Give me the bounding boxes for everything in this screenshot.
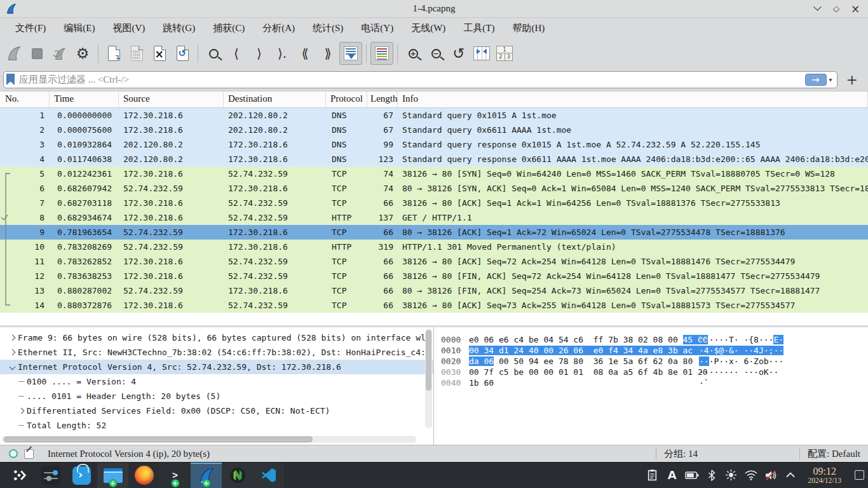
packet-row[interactable]: 130.88028700252.74.232.59172.30.218.6TCP… [0,283,868,298]
column-header-info[interactable]: Info [398,92,868,107]
detail-line[interactable]: Internet Protocol Version 4, Src: 52.74.… [0,360,433,374]
hex-bytes[interactable]: 00 7f c5 be 00 00 01 01 08 0a a5 6f 4b 8… [469,367,682,377]
menu-item[interactable]: 跳转(G) [154,19,204,37]
packet-row[interactable]: 40.011740638202.120.80.2172.30.218.6DNS1… [0,152,868,166]
menu-item[interactable]: 文件(F) [6,19,55,37]
reload-file-button[interactable]: ↺ [171,42,194,65]
menu-item[interactable]: 分析(A) [254,19,304,37]
menu-item[interactable]: 工具(T) [454,19,503,37]
hex-ascii[interactable]: ·` [699,377,709,388]
stop-capture-button[interactable] [25,42,48,65]
go-back-button[interactable]: ⟨ [225,42,248,65]
save-file-button[interactable]: 0101 1010 0101 [125,42,148,65]
go-first-packet-button[interactable]: ⟪ [294,42,316,65]
bluetooth-icon[interactable] [705,468,719,482]
go-last-packet-button[interactable]: ⟫ [316,42,339,65]
hex-bytes[interactable]: da 06 00 50 94 ee 78 80 36 1e 5a 6f 62 0… [469,356,682,367]
column-header-length[interactable]: Length [367,92,398,107]
keyboard-layout-indicator[interactable]: A [665,468,679,482]
expander-icon[interactable] [6,365,18,369]
go-forward-button[interactable]: ⟩ [248,42,271,65]
battery-icon[interactable] [685,468,699,482]
detail-line[interactable]: Ethernet II, Src: NewH3CTechno_7b:38:02 … [0,345,433,360]
hex-ascii[interactable]: ···P··x· 6·Zob··· [699,356,783,367]
detail-line[interactable]: 0100 .... = Version: 4 [0,374,433,389]
restart-capture-button[interactable] [48,42,71,65]
hex-row[interactable]: 00401b 60·` [441,377,868,388]
expander-icon[interactable] [6,336,18,340]
wifi-icon[interactable] [744,468,758,482]
filter-dropdown-caret[interactable]: ▾ [827,76,835,83]
packet-row[interactable]: 110.783262852172.30.218.652.74.232.59TCP… [0,254,868,269]
menu-item[interactable]: 无线(W) [402,19,454,37]
column-header-no[interactable]: No. [0,92,50,107]
packet-row[interactable]: 20.000075600172.30.218.6202.120.80.2DNS6… [0,123,868,137]
packet-row[interactable]: 50.012242361172.30.218.652.74.232.59TCP7… [0,166,868,181]
expert-info-icon[interactable] [9,449,18,458]
zoom-out-button[interactable]: − [424,42,447,65]
capture-comment-icon[interactable] [24,449,34,459]
hex-row[interactable]: 0000e0 06 e6 c4 be 04 54 c6 ff 7b 38 02 … [441,334,868,345]
clipboard-icon[interactable] [646,468,660,482]
capture-options-button[interactable]: ⚙ [71,42,94,65]
detail-vertical-scrollbar[interactable] [425,329,432,428]
detail-horizontal-scrollbar[interactable] [2,436,416,443]
detail-line[interactable]: Total Length: 52 [0,418,433,433]
menu-item[interactable]: 捕获(C) [204,19,254,37]
auto-scroll-button[interactable] [339,42,362,65]
find-packet-button[interactable] [202,42,225,65]
vscode-button[interactable] [253,463,284,488]
close-file-button[interactable]: × [148,42,171,65]
hex-bytes[interactable]: 00 34 d1 24 40 00 26 06 e0 f4 34 4a e8 3… [469,345,682,356]
menu-item[interactable]: 帮助(H) [503,19,553,37]
show-desktop-button[interactable] [855,470,864,480]
reset-zoom-button[interactable]: ↺ [447,42,470,65]
clock[interactable]: 09:12 2024/12/13 [808,466,841,485]
packet-row[interactable]: 120.783638253172.30.218.652.74.232.59TCP… [0,269,868,283]
firefox-button[interactable] [128,463,159,488]
colorize-button[interactable] [370,42,393,65]
expander-icon[interactable] [6,350,18,355]
hex-ascii[interactable]: ········ ···oK·· [699,367,783,377]
packet-row[interactable]: 90.78196365452.74.232.59172.30.218.6TCP6… [0,225,868,240]
hex-row[interactable]: 0020da 06 00 50 94 ee 78 80 36 1e 5a 6f … [441,356,868,367]
volume-muted-icon[interactable] [764,468,778,482]
menu-item[interactable]: 统计(S) [304,19,352,37]
scrollbar-thumb[interactable] [426,330,431,391]
hex-bytes[interactable]: 1b 60 [469,377,682,388]
add-filter-button[interactable]: + [843,72,862,88]
apply-filter-button[interactable]: → [805,74,827,86]
packet-row[interactable]: 140.880372876172.30.218.652.74.232.59TCP… [0,298,868,313]
hex-ascii[interactable]: ·4·$@·&· ··4J·;·· [699,345,783,356]
column-header-source[interactable]: Source [119,92,224,107]
hex-row[interactable]: 001000 34 d1 24 40 00 26 06 e0 f4 34 4a … [441,345,868,356]
go-to-packet-button[interactable]: ⟩. [271,42,294,65]
system-settings-button[interactable] [35,463,66,488]
maximize-button[interactable]: ◇ [831,4,841,14]
packet-row[interactable]: 80.682934674172.30.218.652.74.232.59HTTP… [0,210,868,225]
wireshark-task-button[interactable]: + [191,463,222,488]
neovim-button[interactable] [222,463,253,488]
scrollbar-thumb[interactable] [4,437,313,442]
close-button[interactable]: × [850,4,860,14]
start-capture-button[interactable] [3,42,25,65]
menu-item[interactable]: 编辑(E) [55,19,104,37]
packet-row[interactable]: 70.682703118172.30.218.652.74.232.59TCP6… [0,196,868,210]
packet-row[interactable]: 30.010932864202.120.80.2172.30.218.6DNS9… [0,137,868,152]
detail-line[interactable]: Frame 9: 66 bytes on wire (528 bits), 66… [0,330,433,345]
detail-line[interactable]: .... 0101 = Header Length: 20 bytes (5) [0,389,433,403]
filter-bookmark-icon[interactable] [6,74,15,85]
column-header-time[interactable]: Time [50,92,119,107]
packet-row[interactable]: 100.78320826952.74.232.59172.30.218.6HTT… [0,240,868,254]
app-launcher-button[interactable] [4,463,35,488]
column-header-protocol[interactable]: Protocol [326,92,367,107]
display-filter-input[interactable]: 应用显示过滤器 ... <Ctrl-/> → ▾ [3,71,837,88]
zoom-in-button[interactable]: + [402,42,424,65]
resize-columns-button[interactable] [470,42,493,65]
file-manager-button[interactable]: + [97,463,128,488]
menu-item[interactable]: 电话(Y) [352,19,402,37]
layout-button[interactable]: 1 23 [493,42,516,65]
packet-row[interactable]: 10.000000000172.30.218.6202.120.80.2DNS6… [0,108,868,123]
tray-expander-chevron-icon[interactable] [783,468,797,482]
discover-button[interactable] [66,463,97,488]
